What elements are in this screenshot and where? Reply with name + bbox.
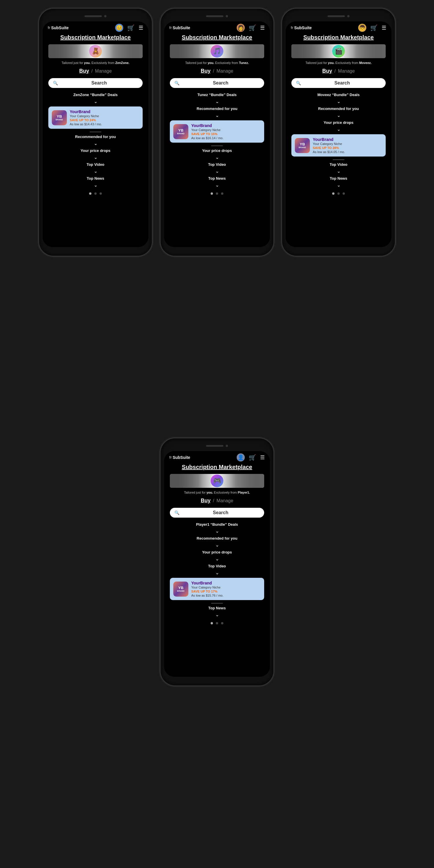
- brand-card[interactable]: YB BRAND YourBrand Your Category Niche S…: [48, 106, 143, 129]
- brand-card[interactable]: YB BRAND YourBrand Your Category Niche S…: [170, 120, 264, 143]
- pagination-dots: [48, 192, 143, 195]
- search-bar[interactable]: 🔍 Search: [291, 78, 386, 88]
- avatar[interactable]: 👤: [237, 454, 245, 462]
- brand-price: As low as $16.14 / mo.: [191, 136, 261, 140]
- section-divider: [333, 159, 344, 160]
- search-label: Search: [303, 81, 381, 86]
- chevron-price_drops[interactable]: ⌄: [170, 155, 264, 160]
- chevron-price_drops[interactable]: ⌄: [48, 155, 143, 160]
- brand-logo: YB BRAND: [295, 138, 310, 153]
- pagination-dot[interactable]: [221, 192, 223, 195]
- pagination-dot[interactable]: [99, 192, 102, 195]
- tab-divider: /: [213, 498, 214, 503]
- chevron-bundle[interactable]: ⌄: [170, 99, 264, 104]
- phone-zenzone: fr SubSuite 😊 🛒 ☰ Subscription Marketpla…: [39, 9, 152, 256]
- chevron-top_video[interactable]: ⌄: [170, 168, 264, 174]
- buy-tab[interactable]: Buy: [201, 498, 211, 504]
- pagination-dot[interactable]: [94, 192, 97, 195]
- buy-tab[interactable]: Buy: [201, 68, 211, 74]
- app-header: fr SubSuite 😊 🛒 ☰: [42, 22, 148, 34]
- chevron-bundle[interactable]: ⌄: [48, 99, 143, 104]
- chevron-top_news[interactable]: ⌄: [170, 612, 264, 617]
- chevron-recommended[interactable]: ⌄: [48, 141, 143, 146]
- buy-tab[interactable]: Buy: [322, 68, 332, 74]
- section-header-recommended: Recommended for you: [48, 134, 143, 139]
- chevron-top_video[interactable]: ⌄: [170, 570, 264, 576]
- pagination-dot[interactable]: [332, 192, 335, 195]
- brand-card[interactable]: YB BRAND YourBrand Your Category Niche S…: [291, 134, 386, 157]
- brand-niche: Your Category Niche: [70, 114, 139, 118]
- manage-tab[interactable]: Manage: [216, 69, 233, 74]
- brand-niche: Your Category Niche: [191, 586, 261, 589]
- brand-niche: Your Category Niche: [313, 142, 382, 146]
- cart-icon[interactable]: 🛒: [249, 24, 256, 31]
- phone-screen: fr SubSuite 😊 🛒 ☰ Subscription Marketpla…: [42, 22, 148, 247]
- chevron-recommended[interactable]: ⌄: [170, 113, 264, 118]
- manage-tab[interactable]: Manage: [95, 69, 112, 74]
- tagline: Tailored just for you. Exclusively from …: [291, 61, 386, 64]
- pagination-dot[interactable]: [89, 192, 91, 195]
- pagination-dot[interactable]: [221, 622, 223, 624]
- cart-icon[interactable]: 🛒: [370, 24, 378, 31]
- brand-name: YourBrand: [70, 110, 139, 114]
- brand-niche: Your Category Niche: [191, 128, 261, 132]
- avatar[interactable]: 👩: [237, 24, 245, 32]
- phone-dot: [347, 15, 349, 18]
- logo-text: SubSuite: [51, 26, 69, 30]
- logo-text: SubSuite: [294, 26, 312, 30]
- page-title: Subscription Marketplace: [170, 464, 264, 470]
- section-header-top_video: Top Video: [48, 162, 143, 167]
- section-header-bundle: Tunez “Bundle” Deals: [170, 93, 264, 97]
- avatar[interactable]: 👦: [358, 24, 366, 32]
- pagination-dot[interactable]: [211, 622, 213, 624]
- menu-icon[interactable]: ☰: [382, 25, 386, 31]
- menu-icon[interactable]: ☰: [138, 25, 143, 31]
- buy-tab[interactable]: Buy: [79, 68, 89, 74]
- cart-icon[interactable]: 🛒: [249, 454, 256, 461]
- pagination-dot[interactable]: [216, 192, 218, 195]
- section-header-top_news: Top News: [170, 606, 264, 610]
- section-header-top_video: Top Video: [170, 162, 264, 167]
- chevron-top_news[interactable]: ⌄: [170, 182, 264, 188]
- chevron-top_news[interactable]: ⌄: [48, 182, 143, 188]
- pagination-dot[interactable]: [343, 192, 345, 195]
- chevron-top_news[interactable]: ⌄: [291, 182, 386, 188]
- menu-icon[interactable]: ☰: [260, 25, 265, 31]
- hero-banner: 🎮: [170, 474, 264, 488]
- phone-tunez: fr SubSuite 👩 🛒 ☰ Subscription Marketpla…: [161, 9, 273, 256]
- manage-tab[interactable]: Manage: [338, 69, 355, 74]
- chevron-bundle[interactable]: ⌄: [291, 99, 386, 104]
- chevron-bundle[interactable]: ⌄: [170, 528, 264, 534]
- buy-manage-tabs: Buy / Manage: [170, 498, 264, 504]
- pagination-dot[interactable]: [211, 192, 213, 195]
- search-bar[interactable]: 🔍 Search: [48, 78, 143, 88]
- pagination-dot[interactable]: [337, 192, 340, 195]
- brand-card[interactable]: YB BRAND YourBrand Your Category Niche S…: [170, 578, 264, 600]
- pagination-dot[interactable]: [216, 622, 218, 624]
- section-header-top_news: Top News: [291, 176, 386, 181]
- phone-dot: [226, 445, 228, 447]
- search-bar[interactable]: 🔍 Search: [170, 508, 264, 518]
- logo: fr SubSuite: [169, 26, 190, 30]
- tagline: Tailored just for you. Exclusively from …: [170, 61, 264, 64]
- search-label: Search: [182, 510, 259, 515]
- brand-name: YourBrand: [191, 581, 261, 585]
- header-icons: 👦 🛒 ☰: [358, 24, 386, 32]
- chevron-recommended[interactable]: ⌄: [170, 542, 264, 548]
- tab-divider: /: [91, 69, 93, 74]
- manage-tab[interactable]: Manage: [216, 498, 233, 503]
- hero-logo: 🎬: [332, 45, 345, 58]
- avatar[interactable]: 😊: [115, 24, 123, 32]
- cart-icon[interactable]: 🛒: [127, 24, 134, 31]
- pagination-dots: [170, 192, 264, 195]
- menu-icon[interactable]: ☰: [260, 454, 265, 461]
- chevron-recommended[interactable]: ⌄: [291, 113, 386, 118]
- chevron-price_drops[interactable]: ⌄: [170, 556, 264, 562]
- chevron-top_video[interactable]: ⌄: [48, 168, 143, 174]
- section-header-recommended: Recommended for you: [170, 106, 264, 111]
- chevron-price_drops[interactable]: ⌄: [291, 126, 386, 132]
- chevron-top_video[interactable]: ⌄: [291, 168, 386, 174]
- save-badge: SAVE UP TO 24%: [70, 118, 139, 122]
- search-bar[interactable]: 🔍 Search: [170, 78, 264, 88]
- logo-icon: fr: [169, 456, 172, 460]
